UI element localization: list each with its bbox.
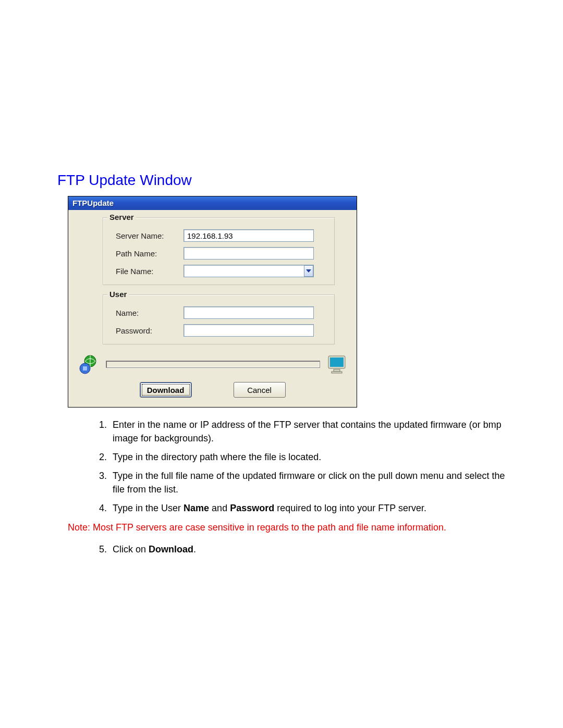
section-title: FTP Update Window bbox=[57, 172, 506, 189]
instruction-4-bold1: Name bbox=[183, 503, 209, 513]
note-text: Note: Most FTP servers are case sensitiv… bbox=[68, 521, 506, 534]
password-input[interactable] bbox=[183, 324, 314, 337]
instruction-5-bold: Download bbox=[149, 544, 193, 554]
path-name-label: Path Name: bbox=[111, 249, 183, 258]
path-name-row: Path Name: bbox=[111, 247, 327, 260]
instruction-list: Enter in the name or IP address of the F… bbox=[57, 418, 506, 515]
chevron-down-icon bbox=[306, 269, 311, 273]
progress-row bbox=[78, 354, 347, 375]
file-name-combo[interactable] bbox=[183, 265, 314, 277]
instruction-4: Type in the User Name and Password requi… bbox=[109, 501, 506, 515]
instruction-4-mid: and bbox=[209, 503, 230, 513]
server-name-row: Server Name: bbox=[111, 229, 327, 242]
instruction-list-cont: Click on Download. bbox=[57, 542, 506, 556]
server-name-input[interactable] bbox=[183, 229, 314, 242]
instruction-1-text: Enter in the name or IP address of the F… bbox=[113, 419, 501, 443]
instruction-3: Type in the full file name of the update… bbox=[109, 469, 506, 496]
server-legend: Server bbox=[107, 213, 136, 221]
instruction-4-bold2: Password bbox=[230, 503, 274, 513]
user-name-label: Name: bbox=[111, 309, 183, 317]
instruction-4-post: required to log into your FTP server. bbox=[274, 503, 426, 513]
file-name-label: File Name: bbox=[111, 267, 183, 276]
password-row: Password: bbox=[111, 324, 327, 337]
instruction-2-text: Type in the directory path where the fil… bbox=[113, 452, 321, 462]
svg-rect-5 bbox=[334, 369, 340, 372]
password-label: Password: bbox=[111, 326, 183, 335]
download-button[interactable]: Download bbox=[140, 382, 192, 398]
server-name-label: Server Name: bbox=[111, 231, 183, 240]
user-name-row: Name: bbox=[111, 306, 327, 319]
path-name-input[interactable] bbox=[183, 247, 314, 260]
ftp-update-dialog: FTPUpdate Server Server Name: Path Name: bbox=[68, 196, 357, 408]
cancel-button[interactable]: Cancel bbox=[234, 382, 286, 398]
server-group: Server Server Name: Path Name: File Name… bbox=[103, 217, 335, 285]
instruction-5-post: . bbox=[193, 544, 196, 554]
user-name-input[interactable] bbox=[183, 306, 314, 319]
instruction-2: Type in the directory path where the fil… bbox=[109, 450, 506, 464]
instruction-3-text: Type in the full file name of the update… bbox=[113, 471, 505, 495]
file-name-row: File Name: bbox=[111, 265, 327, 277]
progress-bar bbox=[106, 361, 320, 368]
file-name-dropdown-button[interactable] bbox=[304, 265, 313, 277]
monitor-icon bbox=[327, 355, 347, 374]
svg-rect-2 bbox=[83, 366, 87, 371]
svg-rect-4 bbox=[330, 357, 344, 367]
dialog-titlebar: FTPUpdate bbox=[68, 196, 357, 210]
instruction-4-pre: Type in the User bbox=[113, 503, 183, 513]
dialog-button-row: Download Cancel bbox=[78, 382, 347, 398]
dialog-body: Server Server Name: Path Name: File Name… bbox=[68, 210, 357, 407]
instruction-5: Click on Download. bbox=[109, 542, 506, 556]
instruction-1: Enter in the name or IP address of the F… bbox=[109, 418, 506, 445]
user-group: User Name: Password: bbox=[103, 294, 335, 344]
svg-rect-6 bbox=[332, 372, 342, 373]
network-globe-icon bbox=[78, 354, 99, 375]
instruction-5-pre: Click on bbox=[113, 544, 149, 554]
user-legend: User bbox=[107, 290, 129, 299]
file-name-input[interactable] bbox=[183, 265, 314, 277]
